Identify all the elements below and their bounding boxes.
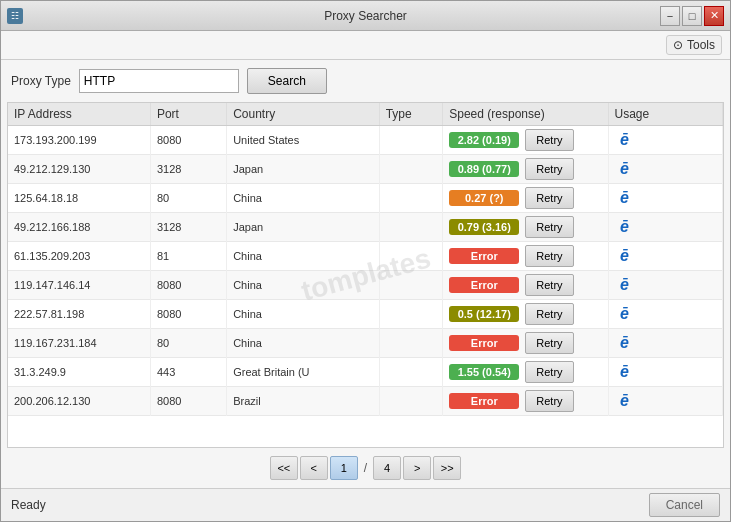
cell-port: 80	[150, 184, 226, 213]
page-current-button[interactable]: 1	[330, 456, 358, 480]
status-bar: Ready Cancel	[1, 488, 730, 521]
cell-usage: ē	[608, 300, 722, 329]
page-prev-button[interactable]: <	[300, 456, 328, 480]
ie-icon[interactable]: ē	[615, 217, 635, 237]
toolbar: ⊙ Tools	[1, 31, 730, 60]
cell-usage: ē	[608, 184, 722, 213]
cell-port: 80	[150, 329, 226, 358]
page-first-button[interactable]: <<	[270, 456, 298, 480]
table-row: 31.3.249.9443Great Britain (U1.55 (0.54)…	[8, 358, 723, 387]
cell-usage: ē	[608, 387, 722, 416]
cell-type	[379, 387, 443, 416]
cell-ip: 222.57.81.198	[8, 300, 150, 329]
cell-type	[379, 184, 443, 213]
table-row: 222.57.81.1988080China0.5 (12.17)Retryē	[8, 300, 723, 329]
cell-port: 3128	[150, 213, 226, 242]
proxy-table: IP Address Port Country Type Speed (resp…	[8, 103, 723, 416]
ie-icon[interactable]: ē	[615, 130, 635, 150]
ie-icon[interactable]: ē	[615, 159, 635, 179]
cell-speed: 0.27 (?)Retry	[443, 184, 608, 213]
ie-icon[interactable]: ē	[615, 362, 635, 382]
cell-usage: ē	[608, 329, 722, 358]
retry-button[interactable]: Retry	[525, 361, 573, 383]
cell-type	[379, 300, 443, 329]
retry-button[interactable]: Retry	[525, 216, 573, 238]
window-title: Proxy Searcher	[324, 9, 407, 23]
col-header-port: Port	[150, 103, 226, 126]
cell-type	[379, 155, 443, 184]
cell-speed: ErrorRetry	[443, 387, 608, 416]
ie-icon[interactable]: ē	[615, 333, 635, 353]
col-header-country: Country	[227, 103, 380, 126]
cell-country: United States	[227, 126, 380, 155]
speed-badge: 0.89 (0.77)	[449, 161, 519, 177]
proxy-type-select[interactable]: HTTP	[79, 69, 239, 93]
cell-port: 8080	[150, 271, 226, 300]
speed-badge: 0.5 (12.17)	[449, 306, 519, 322]
title-bar-left: ☷	[7, 8, 23, 24]
speed-badge: 0.79 (3.16)	[449, 219, 519, 235]
search-bar: Proxy Type HTTP Search	[1, 60, 730, 102]
speed-badge: Error	[449, 393, 519, 409]
cell-ip: 125.64.18.18	[8, 184, 150, 213]
cell-type	[379, 271, 443, 300]
retry-button[interactable]: Retry	[525, 390, 573, 412]
ie-icon[interactable]: ē	[615, 188, 635, 208]
cell-port: 8080	[150, 300, 226, 329]
retry-button[interactable]: Retry	[525, 129, 573, 151]
cell-usage: ē	[608, 358, 722, 387]
cell-ip: 119.167.231.184	[8, 329, 150, 358]
col-header-speed: Speed (response)	[443, 103, 608, 126]
cell-type	[379, 329, 443, 358]
table-scroll[interactable]: IP Address Port Country Type Speed (resp…	[8, 103, 723, 447]
page-total-button[interactable]: 4	[373, 456, 401, 480]
cell-type	[379, 213, 443, 242]
cell-speed: ErrorRetry	[443, 271, 608, 300]
retry-button[interactable]: Retry	[525, 332, 573, 354]
cell-type	[379, 358, 443, 387]
ie-icon[interactable]: ē	[615, 246, 635, 266]
pagination: << < 1 / 4 > >>	[1, 448, 730, 488]
cell-speed: 1.55 (0.54)Retry	[443, 358, 608, 387]
close-button[interactable]: ✕	[704, 6, 724, 26]
retry-button[interactable]: Retry	[525, 303, 573, 325]
cell-ip: 200.206.12.130	[8, 387, 150, 416]
main-window: ☷ Proxy Searcher − □ ✕ ⊙ Tools Proxy Typ…	[0, 0, 731, 522]
cancel-button[interactable]: Cancel	[649, 493, 720, 517]
retry-button[interactable]: Retry	[525, 274, 573, 296]
cell-ip: 49.212.166.188	[8, 213, 150, 242]
tools-icon: ⊙	[673, 38, 683, 52]
cell-ip: 61.135.209.203	[8, 242, 150, 271]
page-last-button[interactable]: >>	[433, 456, 461, 480]
title-bar: ☷ Proxy Searcher − □ ✕	[1, 1, 730, 31]
cell-country: Great Britain (U	[227, 358, 380, 387]
cell-usage: ē	[608, 242, 722, 271]
retry-button[interactable]: Retry	[525, 158, 573, 180]
cell-usage: ē	[608, 213, 722, 242]
ie-icon[interactable]: ē	[615, 391, 635, 411]
retry-button[interactable]: Retry	[525, 187, 573, 209]
retry-button[interactable]: Retry	[525, 245, 573, 267]
minimize-button[interactable]: −	[660, 6, 680, 26]
cell-port: 8080	[150, 387, 226, 416]
table-header-row: IP Address Port Country Type Speed (resp…	[8, 103, 723, 126]
ie-icon[interactable]: ē	[615, 275, 635, 295]
maximize-button[interactable]: □	[682, 6, 702, 26]
cell-usage: ē	[608, 155, 722, 184]
speed-badge: Error	[449, 277, 519, 293]
ie-icon[interactable]: ē	[615, 304, 635, 324]
speed-badge: 0.27 (?)	[449, 190, 519, 206]
table-row: 173.193.200.1998080United States2.82 (0.…	[8, 126, 723, 155]
speed-badge: 2.82 (0.19)	[449, 132, 519, 148]
cell-ip: 49.212.129.130	[8, 155, 150, 184]
proxy-type-label: Proxy Type	[11, 74, 71, 88]
search-button[interactable]: Search	[247, 68, 327, 94]
cell-port: 81	[150, 242, 226, 271]
speed-badge: Error	[449, 248, 519, 264]
cell-type	[379, 126, 443, 155]
cell-speed: 0.79 (3.16)Retry	[443, 213, 608, 242]
page-next-button[interactable]: >	[403, 456, 431, 480]
status-text: Ready	[11, 498, 46, 512]
cell-country: Brazil	[227, 387, 380, 416]
tools-button[interactable]: ⊙ Tools	[666, 35, 722, 55]
